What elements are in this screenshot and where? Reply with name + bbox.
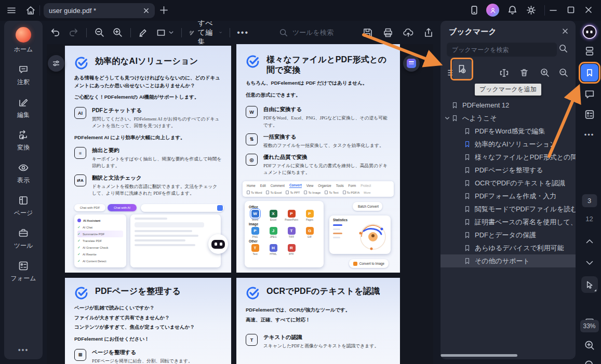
- more-tools-icon[interactable]: •••: [237, 28, 249, 37]
- pdf-page-ai: 効率的なAIソリューション ある情報をどうしても見つけなければならないのに、どの…: [65, 46, 231, 273]
- comments-panel-icon[interactable]: [583, 88, 595, 100]
- cloud-upload-icon[interactable]: [403, 27, 414, 38]
- bookmark-icon: [463, 179, 471, 187]
- bookmark-item[interactable]: 証明書ベースの署名を使用して、: [440, 215, 576, 228]
- window-minimize-icon[interactable]: [549, 5, 558, 15]
- bookmark-search-icon[interactable]: [558, 44, 568, 53]
- redo-icon[interactable]: [68, 27, 79, 38]
- current-page-indicator[interactable]: 3: [582, 194, 597, 207]
- feature-quality-convert: ◎ 優れた品質で変換PDFファイルに変換しても元の書式を維持し、高品質のドキュメ…: [236, 149, 400, 176]
- bookmarks-panel-icon[interactable]: [581, 64, 598, 82]
- cursor-pointer-icon: [584, 280, 594, 290]
- zoom-level-indicator[interactable]: 33%: [580, 320, 599, 332]
- select-tool[interactable]: [581, 276, 598, 293]
- rename-bookmark-icon[interactable]: [499, 68, 510, 78]
- window-close-icon[interactable]: [584, 5, 593, 15]
- zoom-out-icon[interactable]: [94, 27, 105, 38]
- rectangle-shape-icon: [156, 28, 166, 38]
- sidebar-item-comment[interactable]: 注釈: [17, 64, 30, 87]
- sidebar-item-tools[interactable]: ツール: [14, 227, 33, 250]
- sidebar-item-label: 編集: [17, 111, 30, 119]
- ai-assistant-fab[interactable]: [403, 55, 420, 72]
- word-doc-icon: W: [246, 106, 258, 118]
- total-pages-label: 12: [585, 215, 593, 223]
- ocr-text-icon: T: [246, 334, 258, 346]
- previous-page-icon[interactable]: [584, 236, 595, 247]
- tool-search[interactable]: [279, 28, 350, 37]
- rail-zoom-in-icon[interactable]: [584, 340, 595, 351]
- bookmark-item[interactable]: PDFとデータの保護: [440, 228, 576, 241]
- page-paragraph: ある情報をどうしても見つけなければならないのに、どのドキュメントにあったか思い出…: [65, 73, 231, 90]
- edit-pencil-icon: [18, 97, 29, 108]
- bookmark-item-current[interactable]: 効率的なAIソリューション: [440, 138, 576, 151]
- sidebar-item-label: 注釈: [17, 78, 30, 87]
- bookmark-item[interactable]: PDFをWord感覚で編集: [440, 125, 576, 138]
- bookmark-search-input[interactable]: [452, 46, 552, 53]
- highlighter-icon[interactable]: [138, 27, 149, 38]
- bookmark-item[interactable]: PDFページを整理する: [440, 164, 576, 177]
- mock-batch-convert-button: Batch Convert: [353, 202, 382, 211]
- feature-translate: ⇄A 翻訳と文法チェックドキュメントを複数の言語に翻訳できます。文法をチェックし…: [65, 170, 231, 197]
- share-icon[interactable]: [423, 27, 434, 38]
- add-bookmark-button[interactable]: [452, 60, 472, 79]
- shape-tool[interactable]: [156, 28, 174, 38]
- bookmark-item-hovered[interactable]: その他のサポート: [440, 254, 576, 267]
- sidebar-item-convert[interactable]: 変換: [17, 129, 30, 152]
- edit-all-dropdown[interactable]: すべて編集: [189, 19, 222, 47]
- page-title: 様々なファイルとPDF形式との間で変換: [266, 55, 391, 75]
- new-tab-icon[interactable]: [159, 5, 169, 15]
- app-menu-icon[interactable]: [6, 5, 17, 16]
- sidebar-item-page[interactable]: ページ: [14, 195, 33, 218]
- mobile-device-icon[interactable]: [469, 5, 479, 16]
- bookmark-icon: [463, 127, 471, 135]
- print-icon[interactable]: [382, 27, 394, 38]
- bookmark-item[interactable]: 様々なファイルとPDF形式との間: [440, 151, 576, 164]
- bookmark-item[interactable]: 閲覧モードでPDFファイルを読む: [440, 203, 576, 215]
- sidebar-item-view[interactable]: 表示: [17, 162, 30, 185]
- bookmark-item[interactable]: OCRでPDFのテキストを認識: [440, 177, 576, 190]
- thumbnails-panel-icon[interactable]: [583, 45, 595, 57]
- chevron-expanded-icon[interactable]: [444, 115, 451, 121]
- more-panels-icon[interactable]: •••: [584, 131, 595, 139]
- home-icon[interactable]: [25, 5, 36, 16]
- horizontal-scrollbar[interactable]: [440, 354, 517, 357]
- sidebar-item-edit[interactable]: 編集: [17, 97, 30, 119]
- bookmark-item[interactable]: PDFフォームを作成・入力: [440, 190, 576, 203]
- delete-bookmark-icon[interactable]: [519, 68, 529, 78]
- feature-recognize-text: T テキストの認識スキャンしたPDFと画像からテキストを認識できます。: [236, 325, 400, 349]
- bookmark-item[interactable]: へようこそ: [440, 112, 576, 125]
- rail-zoom-out-icon[interactable]: [584, 359, 595, 364]
- bookmark-icon: [451, 114, 459, 122]
- blue-check-icon: [74, 56, 88, 70]
- collapse-bookmarks-icon[interactable]: [558, 68, 569, 78]
- undo-icon[interactable]: [50, 27, 61, 38]
- sidebar-item-label: ページ: [14, 209, 33, 218]
- notifications-bell-icon[interactable]: [507, 5, 518, 16]
- ai-robot-icon[interactable]: [582, 25, 596, 39]
- add-bookmark-icon: [457, 64, 467, 74]
- expand-bookmarks-icon[interactable]: [540, 68, 550, 78]
- tab-close-icon[interactable]: [143, 7, 150, 14]
- bookmark-search[interactable]: [447, 43, 557, 57]
- edit-all-pen-icon: [189, 27, 194, 38]
- panel-close-icon[interactable]: [560, 26, 570, 36]
- form-fields-panel-icon[interactable]: [583, 109, 595, 120]
- feature-convert-free: W 自由に変換するPDFをWord、Excel、PNG、JPGなどに変換し、その…: [236, 100, 400, 128]
- bookmark-item[interactable]: PDFelement 12: [440, 99, 576, 112]
- pages-icon: [18, 195, 29, 206]
- sidebar-item-form[interactable]: フォーム: [11, 260, 36, 283]
- view-settings-fab[interactable]: [48, 55, 64, 72]
- save-icon[interactable]: [362, 27, 373, 38]
- sidebar-item-home[interactable]: ホーム: [14, 27, 33, 54]
- sidebar-more-icon[interactable]: •••: [18, 346, 29, 354]
- account-avatar[interactable]: [486, 4, 499, 17]
- settings-gear-icon[interactable]: [526, 5, 537, 16]
- document-tab[interactable]: user guide.pdf *: [44, 3, 155, 18]
- pdf-page-ocr: OCRでPDFのテキストを認識 PDFelementでは、OCRが強力なツールで…: [236, 278, 400, 364]
- window-maximize-icon[interactable]: [566, 5, 576, 15]
- next-page-icon[interactable]: [584, 258, 595, 268]
- bookmark-item[interactable]: あらゆるデバイスで利用可能: [440, 241, 576, 254]
- ai-assistant-icon: [407, 59, 416, 68]
- tool-search-input[interactable]: [292, 29, 350, 36]
- zoom-in-icon[interactable]: [112, 27, 123, 38]
